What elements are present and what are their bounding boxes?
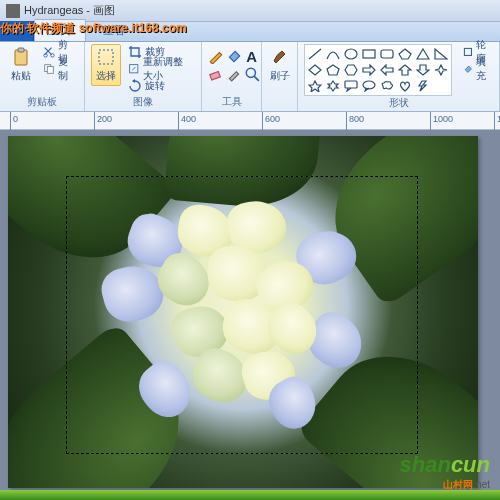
- copy-label: 复制: [58, 55, 75, 83]
- copy-icon: [43, 62, 55, 76]
- svg-text:A: A: [246, 49, 257, 64]
- shape-star6-icon[interactable]: [325, 79, 341, 93]
- brush-icon: [270, 47, 290, 67]
- shape-oval-icon[interactable]: [343, 47, 359, 61]
- shape-callout-oval-icon[interactable]: [361, 79, 377, 93]
- brushes-button[interactable]: 刷子: [265, 44, 295, 86]
- shape-arrowr-icon[interactable]: [361, 63, 377, 77]
- svg-rect-12: [363, 50, 375, 58]
- shape-arrowl-icon[interactable]: [379, 63, 395, 77]
- shape-hexagon-icon[interactable]: [343, 63, 359, 77]
- select-button[interactable]: 选择: [91, 44, 121, 86]
- svg-marker-23: [417, 65, 429, 75]
- svg-point-3: [51, 54, 54, 57]
- shape-triangle-icon[interactable]: [415, 47, 431, 61]
- rotate-icon: [128, 79, 142, 93]
- magnifier-icon[interactable]: [244, 66, 260, 82]
- svg-marker-25: [309, 81, 321, 92]
- svg-rect-6: [99, 50, 113, 64]
- select-label: 选择: [96, 69, 116, 83]
- watermark-top: 你的·软件频道 software.it168.com: [0, 20, 187, 37]
- shape-callout-rect-icon[interactable]: [343, 79, 359, 93]
- shape-roundrect-icon[interactable]: [379, 47, 395, 61]
- ruler-horizontal: 0 200 400 600 800 1000 12: [0, 112, 500, 130]
- shape-pentagon-icon[interactable]: [325, 63, 341, 77]
- canvas[interactable]: [8, 136, 478, 488]
- shape-polygon-icon[interactable]: [397, 47, 413, 61]
- group-tools-label: 工具: [208, 95, 255, 111]
- group-image: 选择 裁剪 重新调整大小 旋转 图像: [85, 42, 202, 111]
- resize-icon: [128, 62, 140, 76]
- resize-button[interactable]: 重新调整大小: [125, 61, 195, 77]
- svg-point-10: [246, 68, 255, 77]
- group-clipboard-label: 剪贴板: [6, 95, 78, 111]
- scissors-icon: [43, 45, 55, 59]
- shape-star5-icon[interactable]: [307, 79, 323, 93]
- svg-marker-16: [435, 49, 447, 59]
- shape-rect-icon[interactable]: [361, 47, 377, 61]
- svg-marker-17: [309, 65, 321, 75]
- svg-marker-22: [399, 65, 411, 75]
- paste-button[interactable]: 粘贴: [6, 44, 36, 86]
- eraser-icon[interactable]: [208, 66, 224, 82]
- select-icon: [96, 47, 116, 67]
- shape-line-icon[interactable]: [307, 47, 323, 61]
- rotate-button[interactable]: 旋转: [125, 78, 195, 94]
- shape-heart-icon[interactable]: [397, 79, 413, 93]
- svg-rect-13: [381, 50, 393, 58]
- outline-icon: [463, 45, 473, 59]
- svg-rect-5: [47, 66, 53, 73]
- canvas-area[interactable]: [0, 130, 500, 500]
- fill-icon[interactable]: [226, 48, 242, 64]
- crop-icon: [128, 45, 142, 59]
- svg-rect-27: [345, 81, 357, 88]
- pencil-icon[interactable]: [208, 48, 224, 64]
- shape-callout-cloud-icon[interactable]: [379, 79, 395, 93]
- svg-marker-21: [381, 65, 393, 75]
- selection-marquee[interactable]: [66, 176, 418, 454]
- svg-marker-24: [435, 65, 447, 75]
- svg-rect-9: [210, 71, 221, 79]
- text-icon[interactable]: A: [244, 48, 260, 64]
- fill-label: 填充: [476, 55, 490, 83]
- svg-point-28: [363, 81, 375, 89]
- group-shapes: 轮廓 填充 形状: [298, 42, 500, 111]
- shape-lightning-icon[interactable]: [415, 79, 431, 93]
- paste-icon: [11, 47, 31, 67]
- copy-button[interactable]: 复制: [40, 61, 78, 77]
- svg-rect-30: [464, 48, 471, 55]
- shape-diamond-icon[interactable]: [307, 63, 323, 77]
- shape-curve-icon[interactable]: [325, 47, 341, 61]
- svg-marker-14: [399, 49, 411, 59]
- svg-marker-15: [417, 49, 429, 59]
- watermark-bottom-right: shancun 山村网.net: [400, 452, 490, 492]
- group-shapes-label: 形状: [304, 96, 493, 112]
- window-title: Hydrangeas - 画图: [24, 3, 115, 18]
- rotate-label: 旋转: [145, 79, 165, 93]
- group-brushes: 刷子: [262, 42, 298, 111]
- svg-marker-29: [419, 81, 426, 91]
- group-tools: A 工具: [202, 42, 262, 111]
- svg-point-11: [345, 49, 357, 59]
- app-icon: [6, 4, 20, 18]
- shape-arrowd-icon[interactable]: [415, 63, 431, 77]
- svg-marker-19: [345, 65, 357, 75]
- group-image-label: 图像: [91, 95, 195, 111]
- brushes-label: 刷子: [270, 69, 290, 83]
- paste-label: 粘贴: [11, 69, 31, 83]
- shape-rtriangle-icon[interactable]: [433, 47, 449, 61]
- fillbucket-icon: [463, 62, 473, 76]
- shapes-gallery[interactable]: [304, 44, 452, 96]
- shape-star4-icon[interactable]: [433, 63, 449, 77]
- shape-fill-button[interactable]: 填充: [460, 61, 493, 77]
- svg-rect-1: [18, 48, 24, 52]
- shape-arrowu-icon[interactable]: [397, 63, 413, 77]
- svg-marker-18: [327, 65, 339, 75]
- ribbon: 粘贴 剪切 复制 剪贴板: [0, 42, 500, 112]
- svg-marker-26: [328, 81, 338, 91]
- picker-icon[interactable]: [226, 66, 242, 82]
- svg-marker-20: [363, 65, 375, 75]
- group-clipboard: 粘贴 剪切 复制 剪贴板: [0, 42, 85, 111]
